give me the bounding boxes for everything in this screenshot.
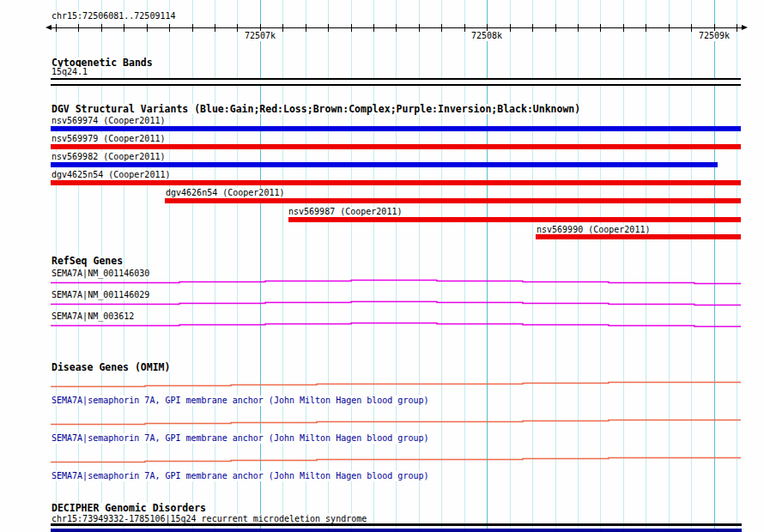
omim-gene-label[interactable]: SEMA7A|semaphorin 7A, GPI membrane ancho… (51, 396, 430, 406)
ruler-tick (237, 24, 238, 32)
right-arrow-icon (742, 25, 748, 30)
variant-bar[interactable] (165, 198, 741, 203)
ruler-tick (464, 24, 465, 32)
ruler-tick-label: 72509k (698, 31, 731, 41)
ruler-tick (124, 24, 124, 32)
ruler-tick (646, 24, 646, 32)
ruler-tick (691, 24, 692, 32)
ruler-tick (56, 24, 57, 32)
gene-line[interactable] (51, 300, 741, 306)
ruler-tick (215, 24, 215, 32)
omim-gene-label[interactable]: SEMA7A|semaphorin 7A, GPI membrane ancho… (51, 471, 430, 481)
decipher-feature-bar[interactable] (51, 523, 742, 526)
position-title: chr15:72506081..72509114 (51, 11, 177, 21)
ruler-tick (351, 24, 352, 32)
variant-bar[interactable] (288, 217, 741, 222)
variant-label[interactable]: nsv569987 (Cooper2011) (288, 207, 403, 217)
ruler-tick (101, 24, 102, 32)
variant-bar[interactable] (51, 126, 741, 131)
ruler-tick (578, 24, 579, 32)
gene-line[interactable] (51, 322, 741, 328)
variant-bar[interactable] (51, 162, 718, 167)
omim-gene-label[interactable]: SEMA7A|semaphorin 7A, GPI membrane ancho… (51, 433, 430, 444)
gene-label[interactable]: SEMA7A|NM_001146029 (51, 290, 150, 300)
ruler-tick (328, 24, 329, 32)
omim-gene-line[interactable] (51, 419, 741, 426)
section-header-dgv: DGV Structural Variants (Blue:Gain;Red:L… (51, 104, 581, 114)
ruler-tick (78, 24, 79, 32)
cytoband-track[interactable] (51, 78, 741, 86)
variant-bar[interactable] (536, 234, 741, 239)
section-header-refseq: RefSeq Genes (51, 256, 124, 266)
gene-line[interactable] (51, 279, 741, 285)
genome-browser-view: chr15:72506081..72509114 72507k 72508k 7… (0, 0, 764, 532)
gene-label[interactable]: SEMA7A|NM_003612 (51, 311, 135, 322)
ruler-tick-label: 72507k (244, 31, 276, 41)
left-arrow-icon (45, 25, 52, 30)
section-header-decipher: DECIPHER Genomic Disorders (51, 503, 207, 513)
cytoband-label[interactable]: 15q24.1 (51, 67, 88, 77)
variant-label[interactable]: dgv4626n54 (Cooper2011) (165, 188, 285, 198)
omim-gene-line[interactable] (51, 456, 741, 463)
variant-bar[interactable] (51, 144, 741, 149)
ruler-tick (396, 24, 397, 32)
ruler-tick (600, 24, 601, 32)
ruler-tick-label: 72508k (470, 31, 503, 41)
ruler-tick (169, 24, 170, 32)
ruler-tick (737, 24, 737, 32)
variant-label[interactable]: dgv4625n54 (Cooper2011) (51, 170, 171, 180)
decipher-feature-bar-partial[interactable] (51, 529, 742, 532)
gene-label[interactable]: SEMA7A|NM_001146030 (51, 269, 150, 279)
variant-label[interactable]: nsv569982 (Cooper2011) (51, 152, 166, 162)
ruler-tick (623, 24, 624, 32)
omim-gene-line[interactable] (51, 381, 741, 388)
ruler-tick (306, 24, 306, 32)
variant-label[interactable]: nsv569974 (Cooper2011) (51, 116, 166, 126)
ruler-tick (147, 24, 148, 32)
ruler-tick (532, 24, 533, 32)
variant-label[interactable]: nsv569979 (Cooper2011) (51, 134, 166, 144)
section-header-omim: Disease Genes (OMIM) (51, 362, 171, 372)
ruler-tick (510, 24, 511, 32)
ruler-tick (441, 24, 442, 32)
ruler-tick (419, 24, 420, 32)
ruler-tick (669, 24, 670, 32)
ruler-tick (373, 24, 374, 32)
variant-bar[interactable] (51, 180, 741, 185)
ruler-tick (555, 24, 556, 32)
ruler-tick (282, 24, 283, 32)
ruler-tick (192, 24, 193, 32)
